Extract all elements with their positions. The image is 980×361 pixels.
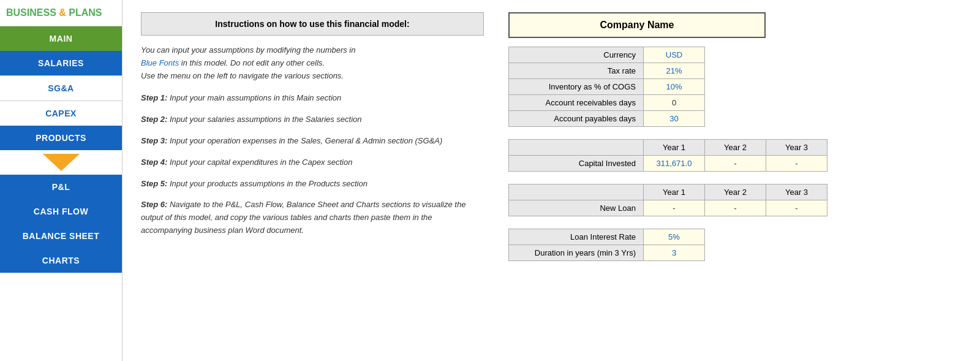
instructions-title: Instructions on how to use this financia…	[141, 12, 484, 36]
loan-year2-header: Year 2	[705, 184, 766, 200]
sidebar-item-cashflow[interactable]: CASH FLOW	[0, 199, 122, 224]
step4-bold: Step 4:	[141, 158, 167, 167]
loan-duration-value[interactable]: 3	[644, 245, 705, 261]
table-row: New Loan - - -	[509, 200, 827, 216]
logo-business: BUSINESS	[6, 7, 56, 18]
ar-days-label: Account receivables days	[509, 95, 644, 111]
table-row: Account receivables days 0	[509, 95, 705, 111]
ap-days-label: Account payables days	[509, 111, 644, 127]
intro-line2: in this model. Do not edit any other cel…	[179, 58, 325, 67]
step5-block: Step 5: Input your products assumptions …	[141, 178, 484, 191]
intro-line1: You can input your assumptions by modify…	[141, 45, 355, 55]
sidebar-item-salaries[interactable]: SALARIES	[0, 51, 122, 75]
logo-amp: &	[56, 7, 69, 18]
loan-year2[interactable]: -	[705, 200, 766, 216]
sidebar-item-products[interactable]: PRODUCTS	[0, 126, 122, 150]
logo-plans: PLANS	[69, 7, 102, 18]
table-row: Tax rate 21%	[509, 63, 705, 79]
currency-label: Currency	[509, 47, 644, 63]
main-assumptions-table: Currency USD Tax rate 21% Inventory as %…	[508, 47, 705, 127]
capital-year2[interactable]: -	[705, 156, 766, 172]
new-loan-table: Year 1 Year 2 Year 3 New Loan - - -	[508, 184, 827, 216]
empty-header	[509, 184, 644, 200]
table-row: Currency USD	[509, 47, 705, 63]
taxrate-label: Tax rate	[509, 63, 644, 79]
step2-bold: Step 2:	[141, 115, 167, 124]
table-row: Inventory as % of COGS 10%	[509, 79, 705, 95]
step2-block: Step 2: Input your salaries assumptions …	[141, 113, 484, 126]
loan-rate-label: Loan Interest Rate	[509, 229, 644, 245]
step1-block: Step 1: Input your main assumptions in t…	[141, 92, 484, 105]
right-panel: Company Name Currency USD Tax rate 21% I…	[508, 6, 968, 355]
ap-days-value[interactable]: 30	[644, 111, 705, 127]
capital-invested-table: Year 1 Year 2 Year 3 Capital Invested 31…	[508, 139, 827, 172]
step5-text: Input your products assumptions in the P…	[167, 179, 368, 188]
year2-header: Year 2	[705, 140, 766, 156]
inventory-value[interactable]: 10%	[644, 79, 705, 95]
sidebar-item-pl[interactable]: P&L	[0, 175, 122, 199]
table-row: Account payables days 30	[509, 111, 705, 127]
step6-bold: Step 6:	[141, 200, 167, 209]
new-loan-label: New Loan	[509, 200, 644, 216]
instructions-panel: Instructions on how to use this financia…	[135, 6, 490, 355]
step6-text: Navigate to the P&L, Cash Flow, Balance …	[141, 200, 466, 235]
company-name-box: Company Name	[508, 12, 766, 38]
loan-year3[interactable]: -	[766, 200, 827, 216]
step6-block: Step 6: Navigate to the P&L, Cash Flow, …	[141, 199, 484, 237]
loan-details-table: Loan Interest Rate 5% Duration in years …	[508, 229, 705, 261]
step4-text: Input your capital expenditures in the C…	[167, 158, 352, 167]
currency-value[interactable]: USD	[644, 47, 705, 63]
intro-blue: Blue Fonts	[141, 58, 179, 67]
products-arrow	[0, 150, 122, 175]
logo: BUSINESS & PLANS	[0, 0, 122, 26]
inventory-label: Inventory as % of COGS	[509, 79, 644, 95]
step3-text: Input your operation expenses in the Sal…	[167, 136, 442, 145]
table-row: Capital Invested 311,671.0 - -	[509, 156, 827, 172]
step3-block: Step 3: Input your operation expenses in…	[141, 135, 484, 148]
sidebar-item-sga[interactable]: SG&A	[0, 75, 122, 101]
intro-line3: Use the menu on the left to navigate the…	[141, 71, 344, 80]
sidebar-item-capex[interactable]: CAPEX	[0, 101, 122, 126]
main-content: Instructions on how to use this financia…	[123, 0, 980, 361]
sidebar: BUSINESS & PLANS MAIN SALARIES SG&A CAPE…	[0, 0, 123, 361]
sidebar-item-balancesheet[interactable]: BALANCE SHEET	[0, 224, 122, 248]
step1-text: Input your main assumptions in this Main…	[167, 93, 341, 102]
table-row: Year 1 Year 2 Year 3	[509, 140, 827, 156]
capital-invested-label: Capital Invested	[509, 156, 644, 172]
table-row: Loan Interest Rate 5%	[509, 229, 705, 245]
year3-header: Year 3	[766, 140, 827, 156]
table-row: Duration in years (min 3 Yrs) 3	[509, 245, 705, 261]
instructions-intro: You can input your assumptions by modify…	[141, 44, 484, 82]
step4-block: Step 4: Input your capital expenditures …	[141, 156, 484, 169]
table-row: Year 1 Year 2 Year 3	[509, 184, 827, 200]
loan-rate-value[interactable]: 5%	[644, 229, 705, 245]
loan-duration-label: Duration in years (min 3 Yrs)	[509, 245, 644, 261]
empty-header	[509, 140, 644, 156]
year1-header: Year 1	[644, 140, 705, 156]
step3-bold: Step 3:	[141, 136, 167, 145]
loan-year3-header: Year 3	[766, 184, 827, 200]
loan-year1[interactable]: -	[644, 200, 705, 216]
step1-bold: Step 1:	[141, 93, 167, 102]
step2-text: Input your salaries assumptions in the S…	[167, 115, 361, 124]
sidebar-item-charts[interactable]: CHARTS	[0, 248, 122, 273]
ar-days-value[interactable]: 0	[644, 95, 705, 111]
arrow-down-icon	[43, 154, 80, 171]
loan-year1-header: Year 1	[644, 184, 705, 200]
sidebar-item-main[interactable]: MAIN	[0, 26, 122, 51]
step5-bold: Step 5:	[141, 179, 167, 188]
taxrate-value[interactable]: 21%	[644, 63, 705, 79]
capital-year1[interactable]: 311,671.0	[644, 156, 705, 172]
capital-year3[interactable]: -	[766, 156, 827, 172]
